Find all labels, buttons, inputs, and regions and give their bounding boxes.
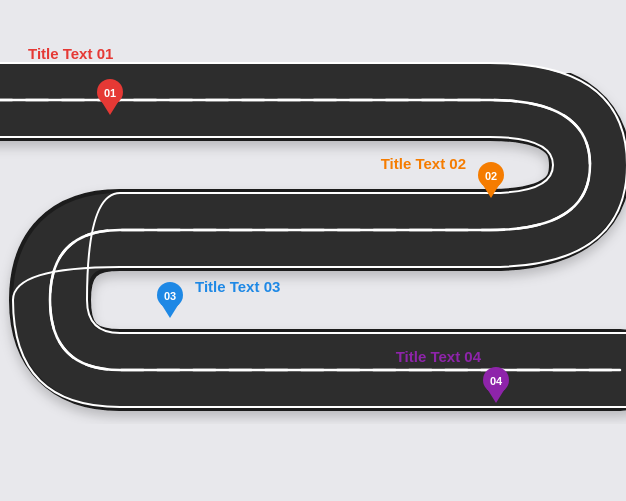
infographic: Title Text 01 Title Text 02 Title Text 0…: [0, 0, 626, 501]
label-01: Title Text 01: [28, 45, 113, 62]
pin-02: 02: [476, 163, 506, 199]
label-03: Title Text 03: [195, 278, 280, 295]
svg-text:01: 01: [104, 87, 116, 99]
pin-01: 01: [95, 80, 125, 116]
svg-marker-10: [486, 387, 506, 403]
road-svg: [0, 0, 626, 501]
svg-text:03: 03: [164, 290, 176, 302]
label-04: Title Text 04: [396, 348, 481, 365]
svg-text:04: 04: [490, 375, 503, 387]
label-02: Title Text 02: [381, 155, 466, 172]
svg-marker-4: [481, 182, 501, 198]
svg-marker-7: [160, 302, 180, 318]
pin-04: 04: [481, 368, 511, 404]
svg-text:02: 02: [485, 170, 497, 182]
pin-03: 03: [155, 283, 185, 319]
svg-marker-1: [100, 99, 120, 115]
